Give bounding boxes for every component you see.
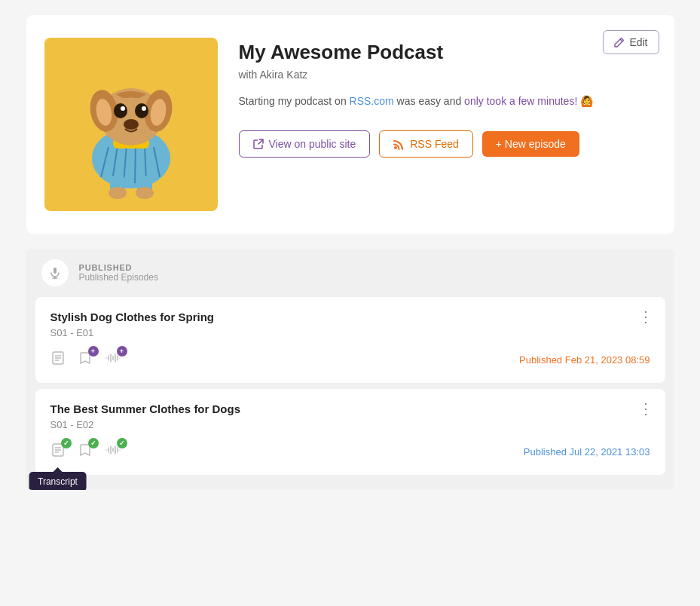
podcast-actions: View on public site RSS Feed + New episo… [239,130,656,158]
transcript-tooltip: Transcript [29,472,87,490]
episode-card: Stylish Dog Clothes for Spring S01 - E01 [35,297,665,383]
audio-badge-purple: + [117,346,127,357]
episode-menu-button[interactable]: ⋮ [638,309,653,324]
svg-point-13 [114,103,127,118]
svg-rect-23 [53,268,57,274]
section-header-text: PUBLISHED Published Episodes [79,263,158,283]
podcast-info: My Awesome Podcast with Akira Katz Start… [239,38,656,158]
episode-title: The Best Summer Clothes for Dogs [50,402,650,415]
episode-published-date: Published Feb 21, 2023 08:59 [519,354,650,366]
episode-title: Stylish Dog Clothes for Spring [50,311,650,323]
transcript-icon-wrapper[interactable]: ✓ Transcript [50,442,66,461]
svg-point-15 [121,106,125,111]
transcript-icon[interactable]: ✓ [50,442,66,461]
transcript-badge-green: ✓ [61,438,72,448]
external-link-icon [253,139,264,149]
transcript-icon-wrapper[interactable] [50,350,66,369]
podcast-cover-image [44,38,218,211]
episode-published-date: Published Jul 22, 2021 13:03 [524,446,650,458]
page-container: My Awesome Podcast with Akira Katz Start… [11,15,689,490]
svg-line-4 [135,145,136,183]
edit-icon [614,37,625,47]
episode-code: S01 - E02 [50,419,650,430]
new-episode-button[interactable]: + New episode [482,131,579,157]
bookmark-icon[interactable]: ✓ [78,442,93,461]
transcript-icon[interactable] [50,350,66,369]
episode-date: Feb 21, 2023 08:59 [565,354,650,366]
episode-footer: + [50,350,650,369]
bookmark-badge-purple: + [88,346,99,357]
podcast-description: Starting my podcast on RSS.com was easy … [239,93,656,109]
edit-button[interactable]: Edit [603,30,659,54]
episode-date: Jul 22, 2021 13:03 [570,446,650,458]
rss-feed-button[interactable]: RSS Feed [379,130,473,158]
podcast-title: My Awesome Podcast [239,41,656,64]
episode-footer: ✓ Transcript ✓ [50,442,650,461]
bookmark-badge-green: ✓ [88,438,99,448]
mic-icon-circle [41,259,69,286]
rss-icon [393,139,405,150]
svg-point-14 [135,103,148,118]
podcast-author: with Akira Katz [239,69,656,81]
audio-icon[interactable]: + [105,350,121,369]
svg-point-16 [142,106,146,111]
dog-illustration [56,49,206,200]
svg-point-21 [136,187,154,199]
episodes-list: Stylish Dog Clothes for Spring S01 - E01 [26,297,674,490]
published-section: PUBLISHED Published Episodes Stylish Dog… [26,249,674,490]
bookmark-icon[interactable]: + [78,350,93,369]
svg-point-22 [394,146,397,149]
episode-menu-button[interactable]: ⋮ [638,401,653,416]
episode-card: The Best Summer Clothes for Dogs S01 - E… [35,389,665,475]
section-header: PUBLISHED Published Episodes [26,249,674,297]
episode-code: S01 - E01 [50,327,650,338]
view-public-site-button[interactable]: View on public site [239,130,371,158]
audio-badge-green: ✓ [117,438,127,448]
svg-point-17 [124,119,139,130]
episode-icons: + [50,350,121,369]
microphone-icon [49,267,61,279]
section-status-label: PUBLISHED [79,263,158,272]
episode-icons: ✓ Transcript ✓ [50,442,121,461]
podcast-header: My Awesome Podcast with Akira Katz Start… [26,15,674,234]
section-sublabel: Published Episodes [79,272,158,283]
svg-point-20 [109,187,127,199]
audio-icon[interactable]: ✓ [105,442,121,461]
